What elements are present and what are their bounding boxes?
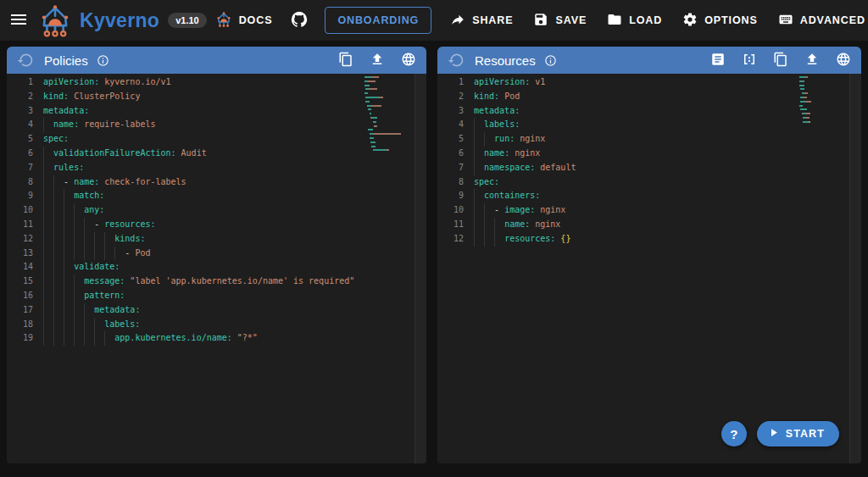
load-label: LOAD — [629, 14, 662, 26]
copy-button[interactable] — [338, 52, 353, 69]
policies-code: apiVersion: kyverno.io/v1kind: ClusterPo… — [43, 75, 354, 463]
topbar: Kyverno v1.10 DOCS ONBOARDING S — [0, 0, 868, 41]
restore-icon[interactable] — [17, 52, 34, 69]
menu-icon — [8, 9, 29, 32]
save-button[interactable]: SAVE — [525, 5, 595, 36]
info-icon[interactable] — [97, 54, 109, 67]
file-document-icon — [710, 52, 726, 69]
docs-label: DOCS — [239, 14, 273, 26]
example-document-button[interactable] — [710, 52, 726, 69]
policies-panel-header: Policies — [7, 47, 426, 74]
language-button[interactable] — [836, 52, 851, 69]
version-badge: v1.10 — [168, 13, 207, 28]
docs-button[interactable]: DOCS — [207, 4, 281, 37]
help-button[interactable]: ? — [721, 421, 747, 446]
resources-minimap[interactable] — [799, 76, 849, 125]
restore-icon[interactable] — [448, 52, 465, 69]
start-label: START — [786, 428, 825, 440]
options-button[interactable]: OPTIONS — [674, 5, 766, 36]
copy-icon — [773, 52, 788, 69]
resources-code: apiVersion: v1kind: Podmetadata: labels:… — [474, 75, 576, 463]
globe-icon — [836, 52, 851, 69]
policies-panel-title: Policies — [44, 53, 88, 68]
copy-icon — [338, 52, 353, 69]
folder-icon — [607, 12, 622, 30]
policies-editor[interactable]: 12345678910111213141516171819 apiVersion… — [7, 74, 426, 463]
brand-title: Kyverno — [80, 9, 159, 32]
resources-panel: Resources — [437, 47, 861, 463]
code-brackets-icon — [742, 52, 757, 69]
advanced-label: ADVANCED — [800, 14, 865, 26]
save-icon — [533, 12, 548, 30]
globe-icon — [401, 52, 416, 69]
github-icon — [290, 10, 309, 31]
upload-icon — [804, 52, 820, 69]
share-label: SHARE — [472, 14, 513, 26]
resources-panel-header: Resources — [437, 47, 861, 74]
share-icon — [450, 12, 465, 30]
gear-icon — [682, 12, 698, 30]
language-button[interactable] — [401, 52, 416, 69]
load-button[interactable]: LOAD — [598, 5, 670, 36]
upload-icon — [370, 52, 385, 69]
play-icon — [767, 426, 780, 441]
save-label: SAVE — [555, 14, 587, 26]
advanced-button[interactable]: ADVANCED — [770, 5, 868, 36]
policies-minimap[interactable] — [364, 76, 414, 153]
resources-panel-title: Resources — [475, 53, 536, 68]
kyverno-docs-icon — [215, 11, 232, 31]
menu-button[interactable] — [8, 5, 29, 36]
options-label: OPTIONS — [704, 14, 758, 26]
policies-line-numbers: 12345678910111213141516171819 — [7, 75, 43, 463]
upload-button[interactable] — [804, 52, 820, 69]
keyboard-icon — [778, 12, 793, 30]
upload-button[interactable] — [370, 52, 385, 69]
onboarding-button[interactable]: ONBOARDING — [325, 7, 431, 34]
kyverno-logo — [37, 3, 73, 38]
share-button[interactable]: SHARE — [442, 5, 521, 36]
copy-button[interactable] — [773, 52, 788, 69]
main-content: Policies 12345678910111213141516171819 a… — [0, 41, 868, 470]
github-button[interactable] — [284, 5, 314, 36]
resources-editor[interactable]: 123456789101112 apiVersion: v1kind: Podm… — [437, 74, 861, 463]
resources-scrollbar[interactable] — [849, 74, 861, 463]
json-view-button[interactable] — [742, 52, 757, 69]
action-buttons: ? START — [721, 421, 839, 446]
info-icon[interactable] — [544, 54, 557, 67]
start-button[interactable]: START — [757, 421, 839, 446]
policies-scrollbar[interactable] — [415, 74, 426, 463]
policies-panel: Policies 12345678910111213141516171819 a… — [7, 47, 426, 463]
resources-line-numbers: 123456789101112 — [437, 75, 474, 463]
